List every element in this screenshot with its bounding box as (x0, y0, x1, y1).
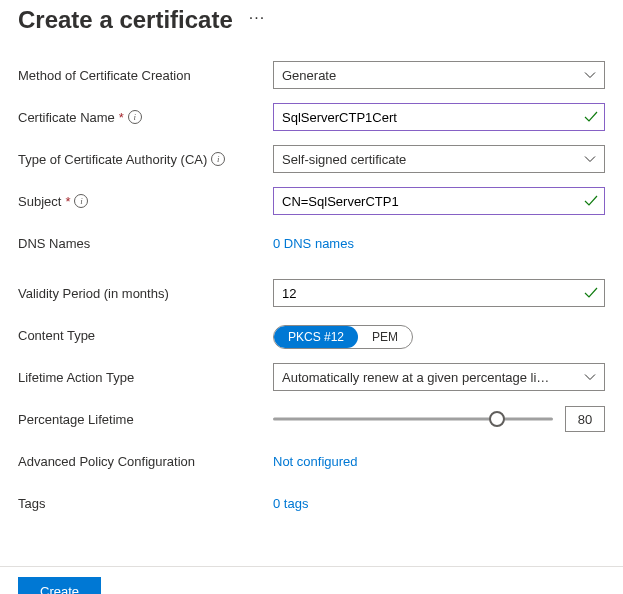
advanced-link[interactable]: Not configured (273, 454, 358, 469)
slider-thumb[interactable] (489, 411, 505, 427)
percentage-label: Percentage Lifetime (18, 412, 134, 427)
required-indicator: * (119, 110, 124, 125)
subject-input[interactable] (273, 187, 605, 215)
slider-track (273, 418, 553, 421)
certname-label: Certificate Name (18, 110, 115, 125)
method-value: Generate (282, 68, 578, 83)
info-icon[interactable]: i (128, 110, 142, 124)
percentage-value-box[interactable]: 80 (565, 406, 605, 432)
info-icon[interactable]: i (74, 194, 88, 208)
contenttype-segmented: PKCS #12 PEM (273, 325, 413, 349)
create-button[interactable]: Create (18, 577, 101, 594)
method-select[interactable]: Generate (273, 61, 605, 89)
info-icon[interactable]: i (211, 152, 225, 166)
contenttype-option-pem[interactable]: PEM (358, 326, 412, 348)
required-indicator: * (65, 194, 70, 209)
tags-label: Tags (18, 496, 45, 511)
contenttype-option-pkcs12[interactable]: PKCS #12 (274, 326, 358, 348)
certname-input[interactable] (273, 103, 605, 131)
contenttype-label: Content Type (18, 328, 95, 343)
validity-label: Validity Period (in months) (18, 286, 169, 301)
subject-label: Subject (18, 194, 61, 209)
catype-label: Type of Certificate Authority (CA) (18, 152, 207, 167)
checkmark-icon (583, 285, 599, 301)
lifetimeaction-label: Lifetime Action Type (18, 370, 134, 385)
advanced-label: Advanced Policy Configuration (18, 454, 195, 469)
dns-label: DNS Names (18, 236, 90, 251)
checkmark-icon (583, 193, 599, 209)
checkmark-icon (583, 109, 599, 125)
tags-link[interactable]: 0 tags (273, 496, 308, 511)
lifetimeaction-select[interactable]: Automatically renew at a given percentag… (273, 363, 605, 391)
chevron-down-icon (584, 371, 596, 383)
chevron-down-icon (584, 69, 596, 81)
validity-input[interactable] (273, 279, 605, 307)
percentage-slider[interactable] (273, 409, 553, 429)
lifetimeaction-value: Automatically renew at a given percentag… (282, 370, 578, 385)
page-title: Create a certificate (18, 6, 233, 34)
method-label: Method of Certificate Creation (18, 68, 191, 83)
catype-value: Self-signed certificate (282, 152, 578, 167)
catype-select[interactable]: Self-signed certificate (273, 145, 605, 173)
dns-names-link[interactable]: 0 DNS names (273, 236, 354, 251)
chevron-down-icon (584, 153, 596, 165)
